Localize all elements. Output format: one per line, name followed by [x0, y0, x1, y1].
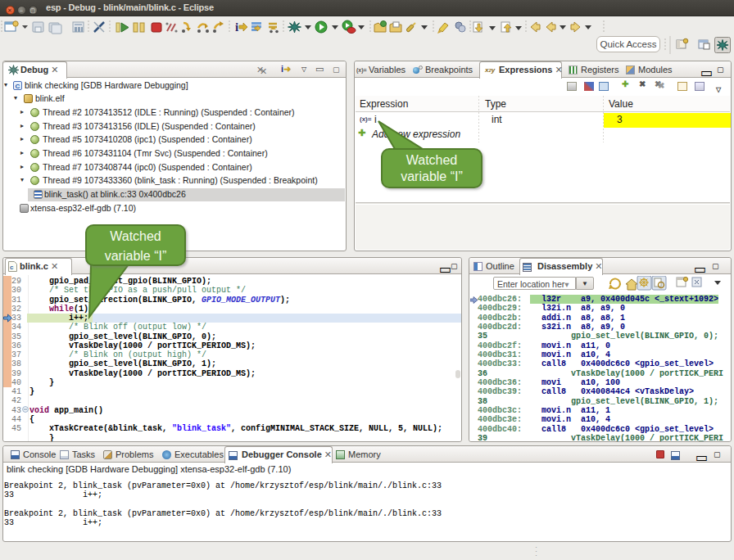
svg-text:c: c	[10, 264, 14, 271]
svg-text:i: i	[235, 20, 238, 34]
